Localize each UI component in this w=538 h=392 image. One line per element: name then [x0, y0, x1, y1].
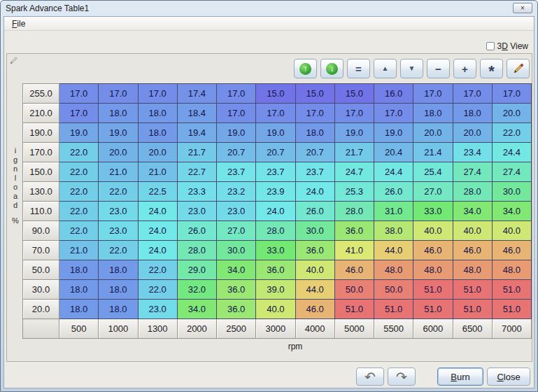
table-cell[interactable]: 21.7: [177, 143, 216, 162]
table-cell[interactable]: 36.0: [217, 300, 256, 319]
burn-button[interactable]: Burn: [437, 368, 483, 386]
table-cell[interactable]: 17.0: [59, 104, 99, 123]
table-cell[interactable]: 22.0: [492, 123, 531, 143]
table-cell[interactable]: 18.0: [99, 104, 138, 123]
table-cell[interactable]: 17.0: [453, 84, 492, 104]
table-cell[interactable]: 51.0: [453, 280, 492, 300]
table-cell[interactable]: 33.0: [256, 241, 295, 260]
table-cell[interactable]: 46.0: [453, 241, 492, 260]
table-cell[interactable]: 18.0: [59, 260, 99, 280]
titlebar[interactable]: Spark Advance Table1 ×: [1, 1, 537, 15]
table-cell[interactable]: 20.0: [138, 143, 177, 162]
table-cell[interactable]: 17.0: [99, 84, 138, 104]
table-cell[interactable]: 30.0: [492, 182, 531, 202]
table-cell[interactable]: 19.0: [334, 123, 374, 143]
table-cell[interactable]: 17.0: [217, 104, 256, 123]
table-cell[interactable]: 26.0: [374, 182, 413, 202]
close-window-button[interactable]: ×: [513, 3, 532, 13]
table-cell[interactable]: 40.0: [492, 221, 531, 241]
table-cell[interactable]: 24.0: [138, 221, 177, 241]
table-cell[interactable]: 34.0: [453, 202, 492, 221]
3d-view-control[interactable]: 3D View: [486, 41, 529, 51]
table-cell[interactable]: 21.7: [334, 143, 374, 162]
table-cell[interactable]: 46.0: [492, 241, 531, 260]
table-cell[interactable]: 51.0: [492, 300, 531, 319]
table-cell[interactable]: 22.5: [138, 182, 177, 202]
table-cell[interactable]: 17.0: [217, 84, 256, 104]
table-cell[interactable]: 20.0: [453, 123, 492, 143]
table-cell[interactable]: 38.0: [374, 221, 413, 241]
table-cell[interactable]: 28.0: [334, 202, 374, 221]
table-cell[interactable]: 40.0: [453, 221, 492, 241]
table-cell[interactable]: 18.0: [295, 123, 334, 143]
table-cell[interactable]: 24.0: [138, 202, 177, 221]
table-cell[interactable]: 50.0: [334, 280, 374, 300]
table-cell[interactable]: 20.0: [99, 143, 138, 162]
table-cell[interactable]: 22.0: [59, 202, 99, 221]
table-cell[interactable]: 44.0: [295, 280, 334, 300]
table-cell[interactable]: 32.0: [177, 280, 216, 300]
table-cell[interactable]: 18.0: [413, 104, 453, 123]
table-cell[interactable]: 24.4: [374, 162, 413, 182]
table-cell[interactable]: 36.0: [217, 280, 256, 300]
table-cell[interactable]: 19.0: [374, 123, 413, 143]
table-cell[interactable]: 30.0: [217, 241, 256, 260]
table-cell[interactable]: 51.0: [453, 300, 492, 319]
table-cell[interactable]: 44.0: [374, 241, 413, 260]
table-cell[interactable]: 34.0: [177, 300, 216, 319]
table-cell[interactable]: 22.0: [138, 260, 177, 280]
table-cell[interactable]: 18.0: [138, 123, 177, 143]
table-cell[interactable]: 20.0: [413, 123, 453, 143]
table-cell[interactable]: 34.0: [492, 202, 531, 221]
table-cell[interactable]: 23.0: [99, 202, 138, 221]
table-cell[interactable]: 15.0: [295, 84, 334, 104]
table-cell[interactable]: 36.0: [334, 221, 374, 241]
table-cell[interactable]: 22.0: [59, 143, 99, 162]
redo-button[interactable]: ↷: [388, 368, 416, 386]
table-cell[interactable]: 23.0: [138, 300, 177, 319]
table-cell[interactable]: 51.0: [413, 300, 453, 319]
table-cell[interactable]: 19.0: [217, 123, 256, 143]
table-cell[interactable]: 26.0: [295, 202, 334, 221]
table-cell[interactable]: 24.0: [295, 182, 334, 202]
scale-up-button[interactable]: ↑: [294, 59, 317, 78]
table-cell[interactable]: 18.0: [99, 260, 138, 280]
table-cell[interactable]: 50.0: [374, 280, 413, 300]
table-cell[interactable]: 33.0: [413, 202, 453, 221]
table-cell[interactable]: 27.4: [453, 162, 492, 182]
table-cell[interactable]: 17.0: [138, 84, 177, 104]
table-cell[interactable]: 22.0: [99, 182, 138, 202]
table-cell[interactable]: 40.0: [256, 300, 295, 319]
table-cell[interactable]: 21.0: [138, 162, 177, 182]
subtract-button[interactable]: −: [427, 59, 450, 78]
table-cell[interactable]: 22.0: [138, 280, 177, 300]
table-cell[interactable]: 23.7: [256, 162, 295, 182]
table-cell[interactable]: 18.0: [99, 300, 138, 319]
3d-view-checkbox[interactable]: [486, 42, 495, 50]
table-cell[interactable]: 19.4: [177, 123, 216, 143]
table-cell[interactable]: 19.0: [99, 123, 138, 143]
table-cell[interactable]: 24.7: [334, 162, 374, 182]
table-cell[interactable]: 36.0: [295, 241, 334, 260]
table-cell[interactable]: 22.7: [177, 162, 216, 182]
table-cell[interactable]: 23.9: [256, 182, 295, 202]
table-cell[interactable]: 40.0: [413, 221, 453, 241]
table-cell[interactable]: 23.3: [177, 182, 216, 202]
table-cell[interactable]: 23.0: [99, 221, 138, 241]
multiply-button[interactable]: *: [480, 59, 503, 78]
table-cell[interactable]: 51.0: [334, 300, 374, 319]
table-cell[interactable]: 19.0: [59, 123, 99, 143]
table-cell[interactable]: 20.7: [217, 143, 256, 162]
table-cell[interactable]: 39.0: [256, 280, 295, 300]
table-cell[interactable]: 18.4: [177, 104, 216, 123]
table-cell[interactable]: 23.7: [295, 162, 334, 182]
table-cell[interactable]: 22.0: [99, 241, 138, 260]
table-cell[interactable]: 28.0: [453, 182, 492, 202]
table-cell[interactable]: 31.0: [374, 202, 413, 221]
table-cell[interactable]: 23.0: [177, 202, 216, 221]
table-cell[interactable]: 48.0: [374, 260, 413, 280]
close-button[interactable]: Close: [487, 368, 530, 386]
table-cell[interactable]: 18.0: [453, 104, 492, 123]
table-cell[interactable]: 20.4: [374, 143, 413, 162]
table-cell[interactable]: 48.0: [413, 260, 453, 280]
